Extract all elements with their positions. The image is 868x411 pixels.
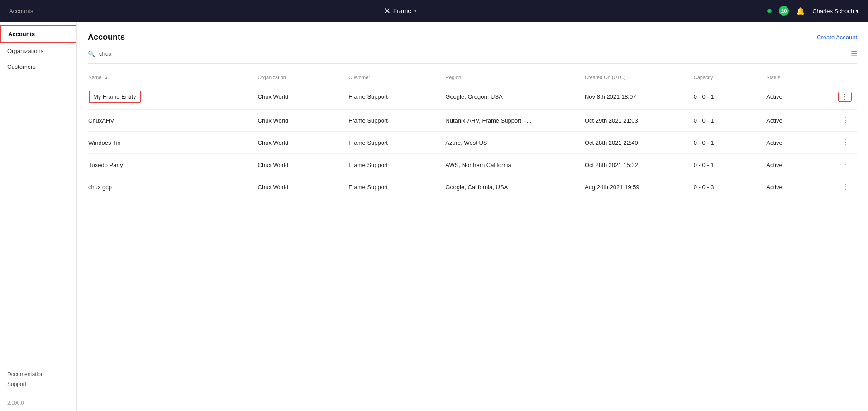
topnav-center: ✕ Frame ▾ <box>384 6 417 16</box>
topnav-right: 20 🔔 Charles Schoch ▾ <box>767 6 859 16</box>
sidebar-item-customers[interactable]: Customers <box>0 59 76 75</box>
table-header: Name ▲ Organization Customer Region Crea… <box>88 71 857 84</box>
cell-capacity: 0 - 0 - 3 <box>694 176 767 198</box>
page-title: Accounts <box>88 33 125 42</box>
cell-actions[interactable]: ⋮ <box>827 84 857 110</box>
documentation-link[interactable]: Documentation <box>7 369 69 379</box>
cell-actions[interactable]: ⋮ <box>827 110 857 132</box>
search-icon: 🔍 <box>88 50 95 57</box>
cell-status: Active <box>766 176 827 198</box>
col-header-status: Status <box>766 71 827 84</box>
col-header-customer: Customer <box>348 71 445 84</box>
table-row[interactable]: Windoes TinChux WorldFrame SupportAzure,… <box>88 132 857 154</box>
cell-status: Active <box>766 110 827 132</box>
cell-customer: Frame Support <box>348 84 445 110</box>
cell-customer: Frame Support <box>348 176 445 198</box>
cell-created: Oct 28th 2021 15:32 <box>585 154 694 176</box>
content-area: Accounts Create Account 🔍 ☰ Name ▲ Organ… <box>77 22 868 411</box>
highlighted-name: My Frame Entity <box>89 91 141 103</box>
table-row[interactable]: My Frame EntityChux WorldFrame SupportGo… <box>88 84 857 110</box>
topnav-app-name[interactable]: Frame <box>393 7 411 14</box>
cell-customer: Frame Support <box>348 110 445 132</box>
cell-status: Active <box>766 132 827 154</box>
table-row[interactable]: chux gcpChux WorldFrame SupportGoogle, C… <box>88 176 857 198</box>
bell-icon[interactable]: 🔔 <box>796 7 805 15</box>
cell-capacity: 0 - 0 - 1 <box>694 84 767 110</box>
frame-x-icon: ✕ <box>384 6 391 16</box>
cell-created: Oct 29th 2021 21:03 <box>585 110 694 132</box>
cell-region: Azure, West US <box>445 132 585 154</box>
cell-customer: Frame Support <box>348 154 445 176</box>
cell-status: Active <box>766 84 827 110</box>
cell-organization: Chux World <box>258 154 349 176</box>
sidebar-version: 2.100.0 <box>0 397 76 411</box>
col-header-organization: Organization <box>258 71 349 84</box>
accounts-table: Name ▲ Organization Customer Region Crea… <box>88 71 857 198</box>
content-header: Accounts Create Account <box>88 33 857 42</box>
header-row: Name ▲ Organization Customer Region Crea… <box>88 71 857 84</box>
row-actions-button[interactable]: ⋮ <box>839 138 852 147</box>
col-header-created: Created On (UTC) <box>585 71 694 84</box>
cell-status: Active <box>766 154 827 176</box>
row-actions-button[interactable]: ⋮ <box>839 160 852 169</box>
cell-actions[interactable]: ⋮ <box>827 132 857 154</box>
sidebar-item-accounts[interactable]: Accounts <box>0 25 76 43</box>
search-input[interactable] <box>99 50 190 57</box>
sidebar: Accounts Organizations Customers Documen… <box>0 22 77 411</box>
sidebar-nav: Accounts Organizations Customers <box>0 22 76 362</box>
create-account-button[interactable]: Create Account <box>817 34 857 41</box>
cell-name[interactable]: Windoes Tin <box>88 132 258 154</box>
cell-region: Google, Oregon, USA <box>445 84 585 110</box>
table-row[interactable]: ChuxAHVChux WorldFrame SupportNutanix-AH… <box>88 110 857 132</box>
user-name-label: Charles Schoch <box>812 8 854 14</box>
notification-badge[interactable]: 20 <box>779 6 789 16</box>
support-link[interactable]: Support <box>7 379 69 389</box>
cell-created: Aug 24th 2021 19:59 <box>585 176 694 198</box>
cell-region: Nutanix-AHV, Frame Support - ... <box>445 110 585 132</box>
cell-organization: Chux World <box>258 110 349 132</box>
cell-organization: Chux World <box>258 84 349 110</box>
cell-name[interactable]: My Frame Entity <box>88 84 258 110</box>
search-bar: 🔍 ☰ <box>88 49 857 64</box>
row-actions-button[interactable]: ⋮ <box>839 182 852 191</box>
cell-name[interactable]: Tuxedo Party <box>88 154 258 176</box>
cell-organization: Chux World <box>258 132 349 154</box>
filter-icon[interactable]: ☰ <box>851 49 857 58</box>
cell-actions[interactable]: ⋮ <box>827 176 857 198</box>
cell-created: Nov 8th 2021 18:07 <box>585 84 694 110</box>
col-header-region: Region <box>445 71 585 84</box>
topnav-chevron-icon[interactable]: ▾ <box>414 8 417 14</box>
cell-capacity: 0 - 0 - 1 <box>694 110 767 132</box>
cell-organization: Chux World <box>258 176 349 198</box>
topnav: Accounts ✕ Frame ▾ 20 🔔 Charles Schoch ▾ <box>0 0 868 22</box>
col-header-actions <box>827 71 857 84</box>
row-actions-button[interactable]: ⋮ <box>838 92 852 102</box>
user-menu[interactable]: Charles Schoch ▾ <box>812 8 859 14</box>
user-chevron-icon: ▾ <box>856 8 859 14</box>
sidebar-item-organizations[interactable]: Organizations <box>0 43 76 59</box>
cell-name[interactable]: ChuxAHV <box>88 110 258 132</box>
sort-arrow-name: ▲ <box>104 76 108 80</box>
topnav-app-label: Accounts <box>9 8 33 14</box>
col-header-name[interactable]: Name ▲ <box>88 71 258 84</box>
table-row[interactable]: Tuxedo PartyChux WorldFrame SupportAWS, … <box>88 154 857 176</box>
cell-region: Google, California, USA <box>445 176 585 198</box>
cell-capacity: 0 - 0 - 1 <box>694 132 767 154</box>
cell-region: AWS, Northern California <box>445 154 585 176</box>
status-indicator <box>767 9 772 13</box>
cell-customer: Frame Support <box>348 132 445 154</box>
row-actions-button[interactable]: ⋮ <box>839 116 852 125</box>
table-body: My Frame EntityChux WorldFrame SupportGo… <box>88 84 857 198</box>
col-header-capacity: Capacity <box>694 71 767 84</box>
cell-capacity: 0 - 0 - 1 <box>694 154 767 176</box>
cell-name[interactable]: chux gcp <box>88 176 258 198</box>
main-layout: Accounts Organizations Customers Documen… <box>0 22 868 411</box>
cell-created: Oct 28th 2021 22:40 <box>585 132 694 154</box>
sidebar-bottom: Documentation Support <box>0 362 76 397</box>
cell-actions[interactable]: ⋮ <box>827 154 857 176</box>
